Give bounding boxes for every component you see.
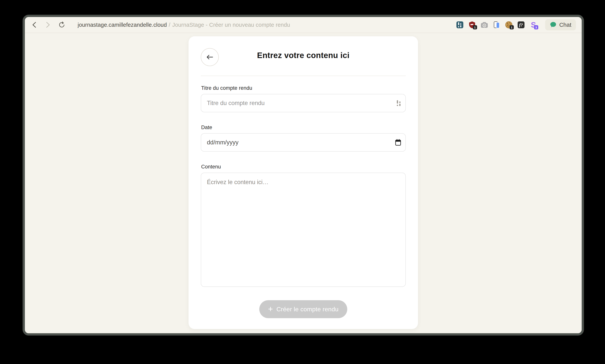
page-title: Entrez votre contenu ici xyxy=(201,51,406,60)
camera-icon xyxy=(481,22,488,28)
chat-button[interactable]: Chat xyxy=(545,19,576,30)
bars-logo-icon xyxy=(456,21,463,28)
browser-reload-button[interactable] xyxy=(57,20,66,29)
content-field-label: Contenu xyxy=(201,164,406,170)
cookie-manager-extension-button[interactable]: 1 xyxy=(505,21,513,29)
reload-icon xyxy=(58,21,65,28)
whatfont-extension-button[interactable]: f? xyxy=(517,21,525,29)
chat-bubble-icon xyxy=(550,22,557,28)
browser-window: journastage.camillefezandelle.cloud/Jour… xyxy=(23,15,584,336)
title-field-group: Titre du compte rendu xyxy=(201,85,406,112)
date-picker-calendar-icon[interactable] xyxy=(395,139,401,146)
create-report-button[interactable]: + Créer le compte rendu xyxy=(259,300,347,318)
page-background: Entrez votre contenu ici Titre du compte… xyxy=(25,33,582,333)
device-preview-extension-button[interactable] xyxy=(493,21,500,29)
date-field-label: Date xyxy=(201,125,406,130)
desktop-background: { "browser": { "url": { "domain": "journ… xyxy=(0,0,605,364)
date-input[interactable] xyxy=(201,133,406,152)
browser-toolbar: journastage.camillefezandelle.cloud/Jour… xyxy=(25,17,582,33)
chevron-left-icon xyxy=(32,22,37,28)
date-field-group: Date xyxy=(201,125,406,152)
extensions-area: 1 xyxy=(456,19,576,30)
password-manager-inline-icon[interactable] xyxy=(397,100,401,106)
browser-back-button[interactable] xyxy=(30,20,39,29)
title-input[interactable] xyxy=(201,94,406,112)
stylus-extension-button[interactable]: S 3 xyxy=(529,21,537,29)
content-field-group: Contenu xyxy=(201,164,406,288)
chat-button-label: Chat xyxy=(559,22,571,28)
shield-badge: 1 xyxy=(473,25,477,29)
password-manager-extension-button[interactable] xyxy=(456,21,464,29)
address-bar[interactable]: journastage.camillefezandelle.cloud/Jour… xyxy=(78,22,456,28)
browser-forward-button[interactable] xyxy=(44,20,52,29)
submit-row: + Créer le compte rendu xyxy=(201,300,406,318)
url-separator: / xyxy=(169,22,170,28)
report-form: Titre du compte rendu xyxy=(201,76,406,318)
title-field-label: Titre du compte rendu xyxy=(201,85,406,91)
content-textarea[interactable] xyxy=(201,173,406,287)
cookie-badge: 1 xyxy=(509,25,514,29)
devices-icon xyxy=(493,21,500,28)
chevron-right-icon xyxy=(45,22,51,28)
form-card: Entrez votre contenu ici Titre du compte… xyxy=(189,36,418,329)
url-page-title: JournaStage - Créer un nouveau compte re… xyxy=(172,22,290,28)
card-header: Entrez votre contenu ici xyxy=(201,36,406,76)
stylus-badge: 3 xyxy=(534,25,538,29)
whatfont-icon: f? xyxy=(518,21,524,28)
create-report-button-label: Créer le compte rendu xyxy=(276,306,339,313)
screenshot-camera-extension-button[interactable] xyxy=(481,21,488,29)
adblock-shield-extension-button[interactable]: 1 xyxy=(468,21,476,29)
url-domain: journastage.camillefezandelle.cloud xyxy=(78,22,167,28)
